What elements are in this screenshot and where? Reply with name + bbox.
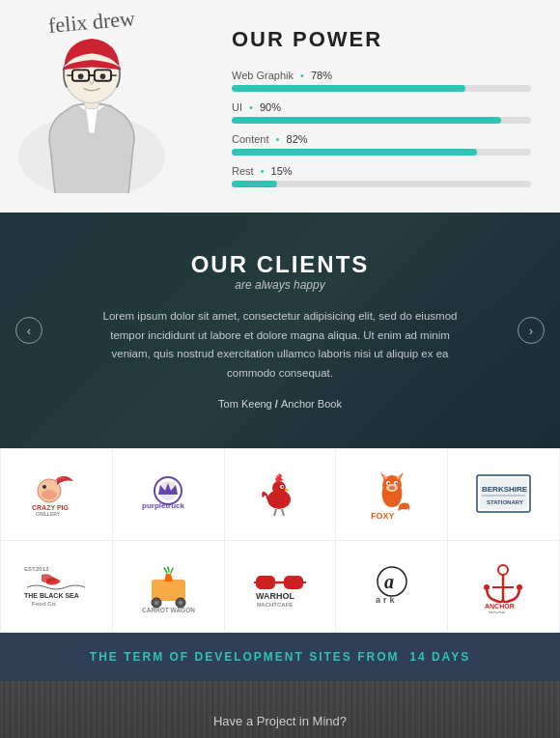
svg-point-21 [282,486,284,488]
skill-bar-track [232,85,531,92]
svg-point-29 [387,483,389,485]
svg-point-47 [179,601,182,605]
clients-subtitle: are always happy [58,278,502,292]
svg-point-8 [78,73,84,79]
skill-label: Rest • 15% [232,165,531,177]
skill-row-web-graphik: Web Graphik • 78% [232,70,531,92]
skill-bar-fill [232,149,477,156]
svg-rect-50 [256,576,275,589]
skill-bar-fill [232,117,501,124]
svg-point-64 [517,584,522,590]
logo-ark: a ark [368,562,416,610]
svg-text:CARROT WAGON: CARROT WAGON [142,607,195,613]
clients-author: Tom Keeng / Anchor Book [58,398,502,410]
skill-bar-track [232,149,531,156]
svg-point-63 [484,584,490,590]
skill-bar-track [232,181,531,187]
logo-berkshire: BERKSHIRE STATIONARY [472,470,535,519]
svg-text:BOOK: BOOK [489,610,507,613]
clients-title: OUR CLIENTS [58,251,502,278]
svg-text:CRAZY PIG: CRAZY PIG [32,504,70,511]
clients-section: ‹ › OUR CLIENTS are always happy Lorem i… [0,213,560,448]
power-content: OUR POWER Web Graphik • 78% UI • 90% Con… [222,0,560,213]
svg-point-9 [100,73,106,79]
logo-cell-crazy-pig: CRAZY PIG GRILLERY [1,449,113,541]
logo-hershel: HERSHEL [253,470,306,519]
logo-anchorbook: ANCHOR BOOK [477,560,530,613]
dev-banner-text: THE TERM OF DEVELOPMENT SITES FROM 14 DA… [29,650,531,664]
skill-label: Web Graphik • 78% [232,70,531,81]
svg-text:NACHTCAFE: NACHTCAFE [257,602,293,608]
logo-cell-berkshire: BERKSHIRE STATIONARY [448,449,560,541]
svg-text:2013: 2013 [36,566,49,572]
skills-container: Web Graphik • 78% UI • 90% Content • 82%… [232,70,531,187]
skill-label: UI • 90% [232,101,531,113]
svg-text:GRILLERY: GRILLERY [36,511,61,517]
clients-prev-arrow[interactable]: ‹ [15,317,42,344]
logo-purpletruck: purpletruck [134,473,202,517]
logo-cell-foxy: FOXY CREATIVE [336,449,448,541]
clients-content: OUR CLIENTS are always happy Lorem ipsum… [58,251,502,410]
skill-row-content: Content • 82% [232,133,531,156]
logo-cell-warhol: WARHOL NACHTCAFE [225,541,337,633]
dev-banner-highlight: 14 DAYS [409,650,470,664]
skill-row-rest: Rest • 15% [232,165,531,187]
svg-point-19 [272,481,286,495]
svg-text:purpletruck: purpletruck [142,501,185,510]
dev-banner: THE TERM OF DEVELOPMENT SITES FROM 14 DA… [0,633,560,681]
logos-section: CRAZY PIG GRILLERY purpletruck [0,448,560,633]
svg-text:FOXY: FOXY [371,511,395,519]
skill-bar-fill [232,181,277,187]
logo-foxy: FOXY CREATIVE [363,470,421,519]
svg-text:BERKSHIRE: BERKSHIRE [482,485,528,494]
logo-cell-carrotwagon: CARROT WAGON PRODUCTION [113,541,225,633]
skill-bar-track [232,117,531,124]
logo-cell-anchorbook: ANCHOR BOOK [448,541,560,633]
logos-grid: CRAZY PIG GRILLERY purpletruck [0,448,560,633]
svg-point-11 [42,490,57,499]
svg-text:a: a [384,571,394,592]
contact-subtitle: Have a Project in Mind? [103,714,457,728]
skill-row-ui: UI • 90% [232,101,531,124]
logo-cell-ark: a ark [336,541,448,633]
svg-text:WARHOL: WARHOL [256,591,294,601]
logo-cell-blacksea: EST. 2013 THE BLACK SEA Food Co. [1,541,113,633]
skill-bar-fill [232,85,465,92]
svg-point-46 [154,601,158,605]
logo-crazy-pig: CRAZY PIG GRILLERY [30,473,83,517]
svg-rect-51 [284,576,303,589]
skill-label: Content • 82% [232,133,531,145]
contact-content: Have a Project in Mind? GET IN TOUCH WIT… [103,714,457,738]
svg-text:ark: ark [376,595,398,605]
svg-point-31 [389,486,395,490]
clients-body: Lorem ipsum dolor sit amet, consectetur … [97,307,463,383]
contact-title: GET IN TOUCH WITH US [103,734,457,738]
svg-text:STATIONARY: STATIONARY [487,499,523,505]
power-title: OUR POWER [232,27,531,52]
svg-text:THE BLACK SEA: THE BLACK SEA [24,592,79,599]
contact-section: Have a Project in Mind? GET IN TOUCH WIT… [0,681,560,738]
logo-cell-purpletruck: purpletruck [113,449,225,541]
svg-line-22 [274,509,276,516]
svg-point-12 [42,485,46,489]
svg-point-60 [498,565,508,575]
logo-warhol: WARHOL NACHTCAFE [251,562,309,610]
logo-cell-hershel: HERSHEL [225,449,337,541]
logo-blacksea: EST. 2013 THE BLACK SEA Food Co. [22,560,90,613]
logo-carrotwagon: CARROT WAGON PRODUCTION [137,560,200,613]
svg-line-23 [282,509,284,516]
svg-point-30 [395,483,397,485]
svg-text:Food Co.: Food Co. [32,601,57,607]
power-section: felix drew [0,0,560,213]
clients-next-arrow[interactable]: › [518,317,545,344]
avatar-side: felix drew [0,0,222,213]
svg-text:ANCHOR: ANCHOR [485,603,515,610]
